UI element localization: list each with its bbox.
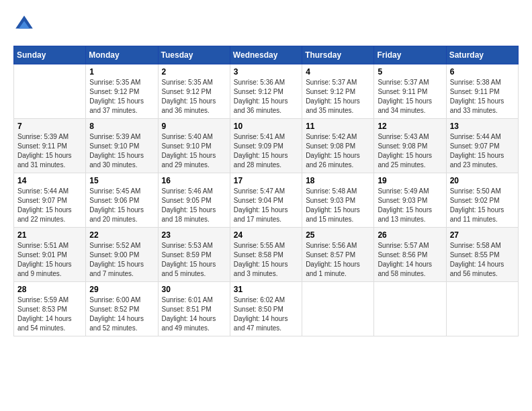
day-number: 26 [378,230,442,240]
header-monday: Monday [86,46,158,64]
day-number: 16 [162,176,226,185]
calendar-week-row: 1Sunrise: 5:35 AM Sunset: 9:12 PM Daylig… [14,64,519,119]
day-info: Sunrise: 5:44 AM Sunset: 9:07 PM Dayligh… [450,132,515,170]
calendar-cell: 10Sunrise: 5:41 AM Sunset: 9:09 PM Dayli… [230,119,302,173]
calendar-cell: 18Sunrise: 5:48 AM Sunset: 9:03 PM Dayli… [302,173,374,228]
calendar-cell: 20Sunrise: 5:50 AM Sunset: 9:02 PM Dayli… [446,173,518,228]
calendar-week-row: 21Sunrise: 5:51 AM Sunset: 9:01 PM Dayli… [14,228,519,282]
day-info: Sunrise: 5:56 AM Sunset: 8:57 PM Dayligh… [306,241,370,279]
calendar-cell: 16Sunrise: 5:46 AM Sunset: 9:05 PM Dayli… [158,173,230,228]
day-number: 25 [306,230,370,240]
day-number: 28 [17,285,82,294]
day-number: 27 [450,230,515,240]
calendar-cell: 7Sunrise: 5:39 AM Sunset: 9:11 PM Daylig… [14,119,86,173]
day-info: Sunrise: 5:37 AM Sunset: 9:11 PM Dayligh… [378,78,442,116]
header-friday: Friday [374,46,446,64]
calendar-cell: 27Sunrise: 5:58 AM Sunset: 8:55 PM Dayli… [446,228,518,282]
day-info: Sunrise: 5:59 AM Sunset: 8:53 PM Dayligh… [17,295,82,333]
day-number: 5 [378,67,442,77]
day-info: Sunrise: 5:44 AM Sunset: 9:07 PM Dayligh… [17,187,82,224]
day-info: Sunrise: 5:48 AM Sunset: 9:03 PM Dayligh… [306,187,370,224]
day-info: Sunrise: 5:49 AM Sunset: 9:03 PM Dayligh… [378,187,442,224]
day-number: 7 [17,122,82,131]
calendar-cell [374,282,446,336]
day-info: Sunrise: 6:00 AM Sunset: 8:52 PM Dayligh… [89,295,154,333]
day-info: Sunrise: 5:41 AM Sunset: 9:09 PM Dayligh… [234,132,298,170]
calendar-cell: 15Sunrise: 5:45 AM Sunset: 9:06 PM Dayli… [86,173,158,228]
header-thursday: Thursday [302,46,374,64]
calendar-cell: 2Sunrise: 5:35 AM Sunset: 9:12 PM Daylig… [158,64,230,119]
calendar-cell: 4Sunrise: 5:37 AM Sunset: 9:12 PM Daylig… [302,64,374,119]
day-info: Sunrise: 6:02 AM Sunset: 8:50 PM Dayligh… [234,295,298,333]
day-info: Sunrise: 5:36 AM Sunset: 9:12 PM Dayligh… [234,78,298,116]
calendar-cell: 13Sunrise: 5:44 AM Sunset: 9:07 PM Dayli… [446,119,518,173]
day-number: 19 [378,176,442,185]
day-number: 6 [450,67,515,77]
day-info: Sunrise: 5:51 AM Sunset: 9:01 PM Dayligh… [17,241,82,279]
calendar-week-row: 28Sunrise: 5:59 AM Sunset: 8:53 PM Dayli… [14,282,519,336]
day-info: Sunrise: 5:42 AM Sunset: 9:08 PM Dayligh… [306,132,370,170]
header-wednesday: Wednesday [230,46,302,64]
day-info: Sunrise: 5:53 AM Sunset: 8:59 PM Dayligh… [162,241,226,279]
day-info: Sunrise: 5:40 AM Sunset: 9:10 PM Dayligh… [162,132,226,170]
calendar-cell: 25Sunrise: 5:56 AM Sunset: 8:57 PM Dayli… [302,228,374,282]
day-number: 22 [89,230,154,240]
calendar-cell [14,64,86,119]
calendar-cell: 28Sunrise: 5:59 AM Sunset: 8:53 PM Dayli… [14,282,86,336]
calendar-cell: 23Sunrise: 5:53 AM Sunset: 8:59 PM Dayli… [158,228,230,282]
day-info: Sunrise: 5:35 AM Sunset: 9:12 PM Dayligh… [89,78,154,116]
calendar-cell: 5Sunrise: 5:37 AM Sunset: 9:11 PM Daylig… [374,64,446,119]
day-info: Sunrise: 5:38 AM Sunset: 9:11 PM Dayligh… [450,78,515,116]
calendar-cell: 14Sunrise: 5:44 AM Sunset: 9:07 PM Dayli… [14,173,86,228]
day-info: Sunrise: 5:50 AM Sunset: 9:02 PM Dayligh… [450,187,515,224]
day-info: Sunrise: 6:01 AM Sunset: 8:51 PM Dayligh… [162,295,226,333]
day-number: 12 [378,122,442,131]
header-tuesday: Tuesday [158,46,230,64]
calendar-cell: 8Sunrise: 5:39 AM Sunset: 9:10 PM Daylig… [86,119,158,173]
calendar-cell: 11Sunrise: 5:42 AM Sunset: 9:08 PM Dayli… [302,119,374,173]
day-info: Sunrise: 5:45 AM Sunset: 9:06 PM Dayligh… [89,187,154,224]
calendar-cell: 24Sunrise: 5:55 AM Sunset: 8:58 PM Dayli… [230,228,302,282]
day-info: Sunrise: 5:39 AM Sunset: 9:11 PM Dayligh… [17,132,82,170]
calendar-week-row: 7Sunrise: 5:39 AM Sunset: 9:11 PM Daylig… [14,119,519,173]
day-number: 20 [450,176,515,185]
day-number: 11 [306,122,370,131]
day-number: 4 [306,67,370,77]
calendar-cell: 1Sunrise: 5:35 AM Sunset: 9:12 PM Daylig… [86,64,158,119]
calendar-header-row: SundayMondayTuesdayWednesdayThursdayFrid… [14,46,519,64]
day-info: Sunrise: 5:35 AM Sunset: 9:12 PM Dayligh… [162,78,226,116]
day-number: 2 [162,67,226,77]
day-info: Sunrise: 5:37 AM Sunset: 9:12 PM Dayligh… [306,78,370,116]
logo-icon [13,13,35,35]
day-number: 21 [17,230,82,240]
day-info: Sunrise: 5:43 AM Sunset: 9:08 PM Dayligh… [378,132,442,170]
header-sunday: Sunday [14,46,86,64]
header [13,13,519,35]
calendar-cell: 31Sunrise: 6:02 AM Sunset: 8:50 PM Dayli… [230,282,302,336]
day-number: 9 [162,122,226,131]
day-number: 10 [234,122,298,131]
day-info: Sunrise: 5:58 AM Sunset: 8:55 PM Dayligh… [450,241,515,279]
calendar-week-row: 14Sunrise: 5:44 AM Sunset: 9:07 PM Dayli… [14,173,519,228]
day-info: Sunrise: 5:57 AM Sunset: 8:56 PM Dayligh… [378,241,442,279]
day-number: 17 [234,176,298,185]
day-number: 3 [234,67,298,77]
calendar-cell [302,282,374,336]
day-number: 14 [17,176,82,185]
calendar-cell: 26Sunrise: 5:57 AM Sunset: 8:56 PM Dayli… [374,228,446,282]
calendar-cell: 12Sunrise: 5:43 AM Sunset: 9:08 PM Dayli… [374,119,446,173]
calendar-cell: 19Sunrise: 5:49 AM Sunset: 9:03 PM Dayli… [374,173,446,228]
day-number: 31 [234,285,298,294]
day-number: 18 [306,176,370,185]
day-number: 23 [162,230,226,240]
calendar-table: SundayMondayTuesdayWednesdayThursdayFrid… [13,46,519,336]
day-number: 8 [89,122,154,131]
day-info: Sunrise: 5:52 AM Sunset: 9:00 PM Dayligh… [89,241,154,279]
day-number: 13 [450,122,515,131]
calendar-cell: 6Sunrise: 5:38 AM Sunset: 9:11 PM Daylig… [446,64,518,119]
day-number: 1 [89,67,154,77]
day-info: Sunrise: 5:46 AM Sunset: 9:05 PM Dayligh… [162,187,226,224]
day-number: 24 [234,230,298,240]
calendar-cell: 22Sunrise: 5:52 AM Sunset: 9:00 PM Dayli… [86,228,158,282]
day-info: Sunrise: 5:55 AM Sunset: 8:58 PM Dayligh… [234,241,298,279]
